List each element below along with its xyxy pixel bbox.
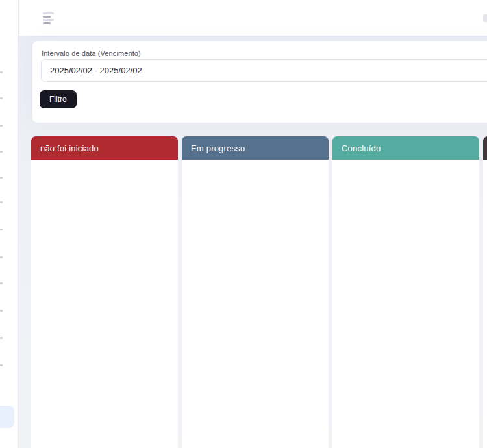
app-window: Intervalo de data (Vencimento) Filtro nã… bbox=[0, 0, 487, 448]
column-title: Em progresso bbox=[191, 143, 245, 153]
hamburger-line bbox=[43, 16, 51, 18]
sidebar-item-stub[interactable] bbox=[0, 310, 3, 312]
column-header bbox=[483, 136, 487, 160]
column-body bbox=[182, 160, 329, 448]
kanban-column-fourth-cutoff bbox=[483, 136, 487, 448]
column-body bbox=[31, 160, 178, 448]
main-area: Intervalo de data (Vencimento) Filtro nã… bbox=[19, 0, 487, 448]
sidebar-item-stub[interactable] bbox=[0, 125, 3, 127]
sidebar bbox=[0, 0, 18, 448]
hamburger-menu-icon[interactable] bbox=[43, 12, 56, 23]
sidebar-item-stub[interactable] bbox=[0, 177, 3, 179]
avatar[interactable] bbox=[483, 14, 487, 22]
top-bar bbox=[19, 0, 487, 36]
kanban-column-done: Concluído bbox=[332, 136, 479, 448]
kanban-column-in-progress: Em progresso bbox=[182, 136, 329, 448]
sidebar-item-stub[interactable] bbox=[0, 201, 3, 203]
sidebar-item-stub[interactable] bbox=[0, 337, 3, 339]
hamburger-line bbox=[43, 22, 51, 24]
column-title: não foi iniciado bbox=[40, 143, 99, 153]
hamburger-line bbox=[43, 12, 54, 14]
sidebar-item-stub[interactable] bbox=[0, 256, 3, 258]
column-title: Concluído bbox=[342, 143, 381, 153]
column-body bbox=[332, 160, 479, 448]
hamburger-line bbox=[43, 19, 54, 21]
filter-button[interactable]: Filtro bbox=[40, 90, 77, 108]
sidebar-item-stub[interactable] bbox=[0, 71, 3, 73]
column-header: não foi iniciado bbox=[31, 136, 178, 160]
column-body bbox=[483, 160, 487, 448]
date-range-input[interactable] bbox=[41, 59, 487, 82]
kanban-board: não foi iniciado Em progresso Concluído bbox=[31, 136, 487, 448]
sidebar-item-stub[interactable] bbox=[0, 151, 3, 153]
sidebar-item-stub[interactable] bbox=[0, 229, 3, 230]
date-range-label: Intervalo de data (Vencimento) bbox=[42, 49, 141, 57]
column-header: Em progresso bbox=[182, 136, 329, 160]
sidebar-item-stub[interactable] bbox=[0, 364, 3, 366]
kanban-column-not-started: não foi iniciado bbox=[31, 136, 178, 448]
column-header: Concluído bbox=[332, 136, 479, 160]
filter-card: Intervalo de data (Vencimento) Filtro bbox=[32, 41, 487, 123]
sidebar-item-stub[interactable] bbox=[0, 97, 3, 99]
sidebar-item-stub[interactable] bbox=[0, 282, 3, 284]
sidebar-active-item[interactable] bbox=[0, 406, 14, 428]
